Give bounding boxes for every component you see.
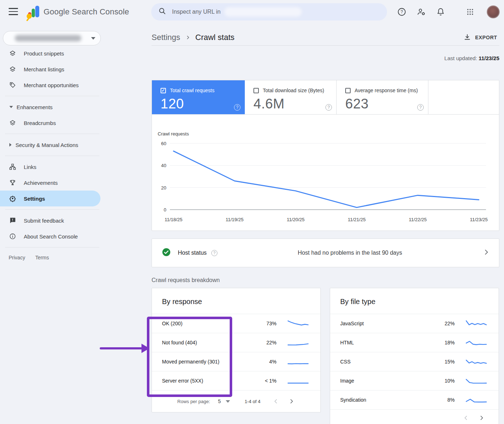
sparkline xyxy=(287,357,310,366)
main-content: Settings Crawl stats EXPORT Last updated… xyxy=(104,24,504,424)
checkbox-unchecked-icon[interactable] xyxy=(253,88,259,93)
sidebar-item-links[interactable]: Links xyxy=(0,159,104,175)
table-row-image[interactable]: Image 10% xyxy=(330,371,499,390)
table-row-server-error-5xx[interactable]: Server error (5XX) < 1% xyxy=(152,371,320,390)
search-icon xyxy=(158,7,166,17)
svg-text:11/23/25: 11/23/25 xyxy=(470,217,488,222)
divider xyxy=(5,134,99,134)
sidebar-item-merchant-opportunities[interactable]: Merchant opportunities xyxy=(0,77,104,93)
row-value: 22% xyxy=(434,321,455,326)
pagination-prev-icon[interactable] xyxy=(273,398,279,405)
chevron-right-icon xyxy=(482,248,490,258)
crawl-requests-line-chart: Crawl requests 020406011/18/2511/19/2511… xyxy=(152,115,499,231)
help-icon[interactable]: ? xyxy=(234,104,240,111)
sidebar-item-label: Achievements xyxy=(24,180,58,186)
sparkline xyxy=(465,357,488,366)
sidebar-item-product-snippets[interactable]: Product snippets xyxy=(0,45,104,61)
sidebar-item-label: Breadcrumbs xyxy=(24,120,56,126)
sidebar-section-security-manual-actions[interactable]: Security & Manual Actions xyxy=(0,137,104,153)
user-settings-icon[interactable] xyxy=(414,5,428,19)
divider xyxy=(5,247,99,247)
host-status-label: Host status xyxy=(178,250,207,256)
url-inspection-search-input[interactable]: Inspect any URL in xyxy=(151,3,387,21)
sparkline xyxy=(465,338,488,347)
help-icon[interactable]: ? xyxy=(395,5,409,19)
metric-tab-average-response-time[interactable]: Average response time (ms) 623 ? xyxy=(337,80,428,114)
privacy-link[interactable]: Privacy xyxy=(9,255,25,260)
caret-down-icon[interactable] xyxy=(226,400,230,403)
google-apps-grid-icon[interactable] xyxy=(463,5,477,19)
row-label: Moved permanently (301) xyxy=(162,359,256,365)
sidebar-item-settings[interactable]: Settings xyxy=(0,191,100,206)
sidebar-item-merchant-listings[interactable]: Merchant listings xyxy=(0,61,104,77)
caret-right-icon xyxy=(9,143,12,147)
rows-per-page-select[interactable]: 5 xyxy=(218,398,221,404)
svg-text:11/18/25: 11/18/25 xyxy=(165,217,183,222)
sidebar-item-label: Links xyxy=(24,164,36,170)
topbar: Google Search Console Inspect any URL in… xyxy=(0,0,504,24)
row-label: OK (200) xyxy=(162,321,256,326)
sidebar-item-submit-feedback[interactable]: Submit feedback xyxy=(0,213,104,228)
sidebar-section-label: Enhancements xyxy=(17,104,53,110)
account-avatar[interactable] xyxy=(487,5,500,18)
sparkline xyxy=(465,319,488,328)
row-label: Image xyxy=(340,378,434,384)
pagination-next-icon[interactable] xyxy=(478,415,485,421)
table-row-not-found-404[interactable]: Not found (404) 22% xyxy=(152,333,320,352)
checkbox-checked-icon[interactable]: ✓ xyxy=(161,88,166,93)
metric-tab-total-crawl-requests[interactable]: ✓ Total crawl requests 120 ? xyxy=(152,80,245,114)
sidebar-item-about-search-console[interactable]: About Search Console xyxy=(0,228,104,244)
table-row-html[interactable]: HTML 18% xyxy=(330,333,499,352)
caret-down-icon xyxy=(9,106,13,108)
row-value: 18% xyxy=(434,340,455,345)
pagination-next-icon[interactable] xyxy=(288,398,295,405)
row-label: Not found (404) xyxy=(162,340,256,345)
pagination-prev-icon[interactable] xyxy=(463,415,469,421)
table-row-css[interactable]: CSS 15% xyxy=(330,352,499,371)
metric-value: 4.6M xyxy=(253,96,336,112)
export-button[interactable]: EXPORT xyxy=(462,31,499,44)
checkbox-unchecked-icon[interactable] xyxy=(345,88,351,93)
table-row-syndication[interactable]: Syndication 8% xyxy=(330,390,499,409)
table-row-moved-permanently-301[interactable]: Moved permanently (301) 4% xyxy=(152,352,320,371)
chevron-down-icon xyxy=(91,37,95,40)
row-value: 73% xyxy=(256,321,276,326)
help-icon[interactable]: ? xyxy=(325,104,332,111)
metric-label: Total download size (Bytes) xyxy=(263,88,324,93)
terms-link[interactable]: Terms xyxy=(35,255,49,260)
by-file-type-card: By file type JavaScript 22% HTML 18% CSS… xyxy=(330,288,499,424)
sidebar-section-enhancements[interactable]: Enhancements xyxy=(0,99,104,115)
notifications-bell-icon[interactable] xyxy=(433,5,448,19)
svg-text:11/21/25: 11/21/25 xyxy=(348,217,366,222)
pagination-footer xyxy=(330,409,499,424)
row-value: 15% xyxy=(434,359,455,365)
blurred-property-name xyxy=(15,35,81,41)
divider xyxy=(5,156,99,156)
sidebar-item-breadcrumbs[interactable]: Breadcrumbs xyxy=(0,115,104,131)
gear-icon xyxy=(9,195,17,202)
search-console-logo-icon[interactable] xyxy=(27,4,41,19)
by-response-card: By response OK (200) 73% Not found (404)… xyxy=(152,288,321,412)
table-row-javascript[interactable]: JavaScript 22% xyxy=(330,314,499,333)
breadcrumb-crawl-stats: Crawl stats xyxy=(195,33,235,42)
sidebar: Product snippets Merchant listings Merch… xyxy=(0,24,104,424)
help-icon[interactable]: ? xyxy=(211,250,217,256)
divider xyxy=(5,96,99,96)
export-label: EXPORT xyxy=(475,35,497,40)
sidebar-item-achievements[interactable]: Achievements xyxy=(0,175,104,191)
breadcrumb-settings[interactable]: Settings xyxy=(152,33,180,42)
sidebar-item-label: Merchant opportunities xyxy=(24,82,79,88)
help-icon[interactable]: ? xyxy=(417,104,424,111)
property-selector[interactable] xyxy=(3,31,101,45)
row-value: 10% xyxy=(434,378,455,384)
host-status-card[interactable]: Host status ? Host had no problems in th… xyxy=(152,238,499,267)
table-row-ok-200[interactable]: OK (200) 73% xyxy=(152,314,320,333)
card-title: By file type xyxy=(330,288,499,314)
feedback-icon xyxy=(9,217,17,224)
row-value: 22% xyxy=(256,340,276,345)
page: Google Search Console Inspect any URL in… xyxy=(0,0,504,424)
hamburger-menu-icon[interactable] xyxy=(9,8,18,15)
snippets-layers-icon xyxy=(9,119,17,127)
metric-tab-total-download-size[interactable]: Total download size (Bytes) 4.6M ? xyxy=(245,80,337,114)
sidebar-item-label: Product snippets xyxy=(24,50,64,57)
